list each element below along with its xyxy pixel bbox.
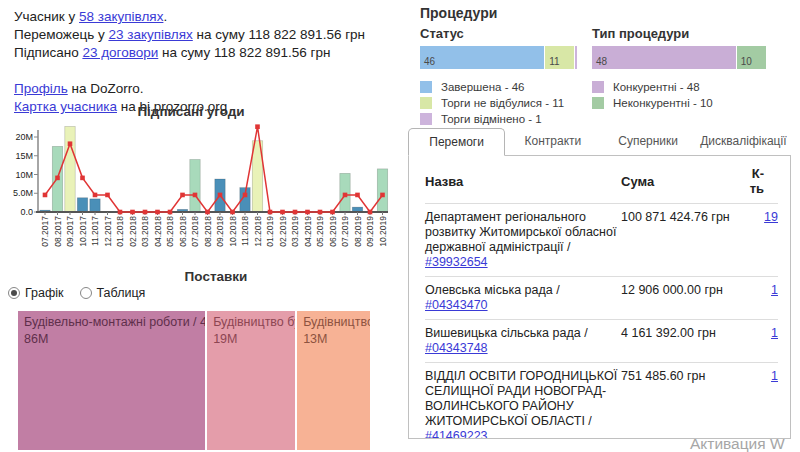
- bar-segment[interactable]: 10: [737, 46, 766, 69]
- count-link[interactable]: 1: [771, 283, 778, 297]
- line-marker-10.2018[interactable]: [230, 210, 235, 215]
- buyer-id-link[interactable]: #04343470: [425, 298, 488, 312]
- line-marker-09.2019[interactable]: [368, 210, 373, 215]
- table-row: Вишевицька сільська рада / #043437484 16…: [425, 320, 778, 363]
- line-marker-03.2018[interactable]: [143, 210, 148, 215]
- signed-agreements-chart: 0.05.0M10M15M20M07.201708.201709.201710.…: [2, 122, 390, 252]
- buyer-name: Департамент регіонального розвитку Житом…: [425, 210, 616, 254]
- wins-table: НазваСумаК-ть Департамент регіонального …: [425, 158, 778, 439]
- summary-link[interactable]: Профіль: [14, 81, 68, 96]
- x-tick-label: 10.2018: [228, 216, 238, 247]
- line-marker-08.2017[interactable]: [55, 176, 60, 181]
- line-marker-09.2017[interactable]: [68, 141, 73, 146]
- tab-active[interactable]: Перемоги: [408, 128, 505, 156]
- line-marker-06.2019[interactable]: [330, 210, 335, 215]
- line-marker-03.2019[interactable]: [293, 210, 298, 215]
- line-marker-07.2017[interactable]: [43, 193, 48, 198]
- x-tick-label: 09.2018: [215, 216, 225, 247]
- line-marker-02.2018[interactable]: [130, 210, 135, 215]
- summary-line: Учасник у 58 закупівлях.: [14, 8, 365, 26]
- legend-swatch: [592, 81, 604, 93]
- legend-swatch: [420, 81, 432, 93]
- column-header: К-ть: [743, 158, 778, 204]
- treemap-label: Будівництво спор: [303, 314, 364, 331]
- buyer-name-cell: Олевська міська рада / #04343470: [425, 277, 621, 320]
- bar-segment[interactable]: 46: [420, 46, 544, 69]
- radio-icon[interactable]: [8, 287, 20, 299]
- line-marker-12.2017[interactable]: [105, 193, 110, 198]
- radio-label: Графік: [25, 286, 64, 300]
- line-marker-11.2017[interactable]: [93, 193, 98, 198]
- chart-bar-10.2019[interactable]: [377, 169, 387, 212]
- count-cell: 1: [743, 363, 778, 440]
- line-marker-06.2018[interactable]: [180, 193, 185, 198]
- x-tick-label: 04.2019: [303, 216, 313, 247]
- legend-item: Торги не відбулися - 11: [420, 97, 564, 109]
- table-row: Олевська міська рада / #0434347012 906 0…: [425, 277, 778, 320]
- legend-item: Завершена - 46: [420, 81, 564, 93]
- buyer-id-link[interactable]: #39932654: [425, 255, 488, 269]
- tab-inactive[interactable]: Дискваліфікації: [696, 128, 791, 155]
- buyer-id-link[interactable]: #04343748: [425, 341, 488, 355]
- line-marker-09.2018[interactable]: [218, 193, 223, 198]
- view-option-selected[interactable]: Графік: [8, 286, 64, 300]
- bar-segment[interactable]: 11: [545, 46, 574, 69]
- segment-value: 48: [596, 56, 607, 67]
- line-marker-01.2018[interactable]: [118, 210, 123, 215]
- column-header: Назва: [425, 158, 621, 204]
- treemap-value: 13M: [303, 331, 364, 348]
- line-marker-04.2018[interactable]: [155, 210, 160, 215]
- buyer-id-link[interactable]: #41469223: [425, 429, 488, 439]
- count-link[interactable]: 1: [771, 369, 778, 383]
- chart-bar-07.2018[interactable]: [190, 160, 200, 213]
- chart-bar-09.2017[interactable]: [65, 127, 75, 213]
- line-marker-02.2019[interactable]: [280, 210, 285, 215]
- line-marker-08.2019[interactable]: [355, 193, 360, 198]
- legend-swatch: [420, 113, 432, 125]
- x-tick-label: 07.2017: [40, 216, 50, 247]
- line-marker-08.2018[interactable]: [205, 210, 210, 215]
- count-cell: 1: [743, 320, 778, 363]
- tab-inactive[interactable]: Контракти: [505, 128, 600, 155]
- count-link[interactable]: 1: [771, 326, 778, 340]
- legend-label: Конкурентні - 48: [613, 81, 700, 93]
- line-marker-04.2019[interactable]: [305, 210, 310, 215]
- treemap-box[interactable]: Будівельно-монтажні роботи / 4530000086M: [18, 311, 205, 450]
- radio-icon[interactable]: [80, 287, 92, 299]
- tab-inactive[interactable]: Суперники: [601, 128, 696, 155]
- summary-link[interactable]: 23 закупівлях: [108, 27, 192, 42]
- line-marker-10.2017[interactable]: [80, 176, 85, 181]
- x-tick-label: 12.2017: [103, 216, 113, 247]
- line-marker-05.2018[interactable]: [168, 210, 173, 215]
- summary-text: .: [163, 9, 167, 24]
- x-tick-label: 03.2018: [140, 216, 150, 247]
- treemap-box[interactable]: Будівництво спор13M: [297, 311, 370, 450]
- sum-cell: 751 485.60 грн: [621, 363, 743, 440]
- line-marker-05.2019[interactable]: [318, 210, 323, 215]
- status-title: Статус: [420, 26, 464, 41]
- x-tick-label: 05.2018: [165, 216, 175, 247]
- count-link[interactable]: 19: [764, 210, 778, 224]
- line-marker-10.2019[interactable]: [380, 193, 385, 198]
- sum-cell: 4 161 392.00 грн: [621, 320, 743, 363]
- line-marker-11.2018[interactable]: [243, 193, 248, 198]
- x-tick-label: 01.2018: [115, 216, 125, 247]
- summary-text: Учасник у: [14, 9, 79, 24]
- bar-segment[interactable]: [575, 46, 577, 69]
- view-option-unselected[interactable]: Таблиця: [80, 286, 146, 300]
- status-stacked-bar: 4611: [420, 46, 578, 69]
- bar-segment[interactable]: 48: [592, 46, 736, 69]
- line-marker-12.2018[interactable]: [255, 124, 260, 129]
- line-marker-01.2019[interactable]: [268, 210, 273, 215]
- line-marker-07.2019[interactable]: [343, 193, 348, 198]
- chart-bar-11.2017[interactable]: [90, 199, 100, 212]
- summary-link[interactable]: 58 закупівлях: [79, 9, 163, 24]
- treemap-box[interactable]: Будівництво будівель19M: [207, 311, 295, 450]
- x-tick-label: 05.2019: [315, 216, 325, 247]
- chart-bar-10.2017[interactable]: [77, 198, 87, 212]
- summary-link[interactable]: 23 договори: [82, 45, 158, 60]
- legend-item: Конкурентні - 48: [592, 81, 713, 93]
- procedures-title: Процедури: [420, 5, 497, 21]
- buyer-name-cell: Вишевицька сільська рада / #04343748: [425, 320, 621, 363]
- line-marker-07.2018[interactable]: [193, 193, 198, 198]
